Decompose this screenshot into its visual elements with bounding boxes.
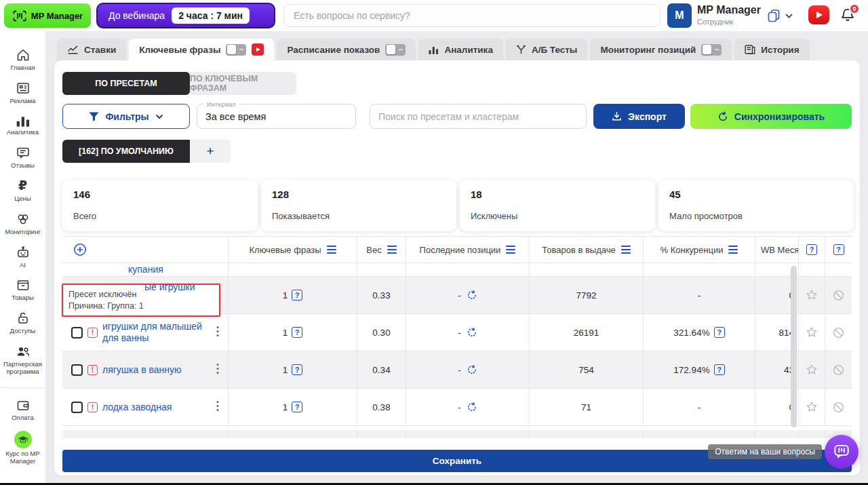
keyword-link[interactable]: лягушка в ванную	[102, 364, 212, 376]
account-name: MP Manager	[697, 4, 761, 16]
home-icon	[16, 47, 31, 62]
block-icon[interactable]	[832, 326, 845, 339]
subtab-by-phrases[interactable]: ПО КЛЮЧЕВЫМ ФРАЗАМ	[190, 72, 296, 95]
keyword-link[interactable]: игрушки для малышей для ванны	[102, 321, 212, 344]
sidebar-item-monitoring[interactable]: Мониторинг	[1, 212, 45, 236]
star-icon[interactable]	[805, 363, 818, 376]
keyword-link[interactable]: лодка заводная	[102, 402, 212, 413]
chevron-down-icon[interactable]	[785, 14, 793, 18]
help-icon[interactable]: ?	[714, 327, 725, 338]
webinar-countdown-button[interactable]: До вебинара 2 часа : 7 мин	[96, 3, 275, 28]
sidebar-item-home[interactable]: Главная	[1, 47, 45, 72]
refresh-icon[interactable]	[467, 327, 477, 338]
chevron-down-icon	[155, 114, 163, 119]
block-icon[interactable]	[832, 401, 845, 414]
tab-position-monitoring[interactable]: Мониторинг позиций	[590, 39, 732, 60]
sort-icon[interactable]	[728, 246, 738, 254]
notifications-bell[interactable]: 0	[840, 7, 857, 24]
help-icon[interactable]: ?	[292, 327, 302, 338]
add-circle-icon[interactable]	[73, 243, 87, 256]
warning-icon[interactable]: !	[87, 402, 98, 412]
refresh-icon[interactable]	[467, 364, 477, 375]
copy-icon[interactable]	[766, 8, 781, 23]
sidebar-item-course[interactable]: Курс по MP Manager	[1, 431, 45, 465]
help-icon[interactable]: ?	[292, 402, 302, 412]
download-icon	[612, 111, 622, 121]
keyword-link[interactable]: ые игрушки	[144, 282, 195, 293]
row-menu-icon[interactable]	[215, 362, 220, 378]
col-header-wb-month: WB Меся	[761, 245, 799, 255]
sidebar-item-ai[interactable]: AI	[1, 245, 45, 269]
refresh-icon[interactable]	[467, 402, 477, 412]
chat-bubble-icon	[16, 145, 31, 160]
star-icon[interactable]	[805, 400, 818, 414]
row-checkbox[interactable]	[71, 364, 83, 376]
sidebar-item-partner-program[interactable]: Партнерская программа	[1, 344, 45, 376]
preset-search-input[interactable]	[370, 104, 587, 129]
stat-card-low-views[interactable]: 45 Мало просмотров	[658, 180, 854, 231]
tab-history[interactable]: История	[734, 39, 809, 60]
sync-button[interactable]: Синхронизировать	[690, 104, 852, 129]
refresh-icon[interactable]	[467, 290, 477, 300]
star-icon[interactable]	[805, 288, 818, 302]
products-value: 754	[578, 365, 594, 375]
tab-analytics[interactable]: Аналитика	[418, 39, 502, 60]
warning-icon[interactable]: !	[87, 365, 98, 375]
export-button[interactable]: Экспорт	[593, 104, 685, 129]
stat-card-shown[interactable]: 128 Показывается	[261, 180, 456, 231]
sort-icon[interactable]	[327, 246, 336, 254]
tab-keywords[interactable]: Ключевые фразы	[129, 39, 274, 60]
barcode-logo-icon	[12, 9, 27, 22]
sort-icon[interactable]	[506, 246, 515, 254]
sidebar-item-analytics[interactable]: Аналитика	[1, 114, 45, 136]
row-checkbox[interactable]	[71, 327, 83, 338]
interval-select[interactable]: Интервал За все время	[197, 104, 356, 129]
monitoring-toggle[interactable]	[701, 44, 722, 56]
stat-card-excluded[interactable]: 18 Исключены	[460, 180, 655, 231]
sort-icon[interactable]	[621, 246, 631, 254]
avatar[interactable]: M	[667, 3, 692, 28]
service-question-input[interactable]	[283, 4, 660, 27]
schedule-toggle[interactable]	[385, 44, 406, 56]
sidebar-item-access[interactable]: Доступы	[1, 311, 45, 335]
table-scrollbar[interactable]	[791, 266, 797, 427]
chat-widget-button[interactable]	[825, 435, 859, 469]
sidebar-item-prices[interactable]: ₽ Цены	[1, 178, 45, 203]
help-icon[interactable]: ?	[292, 290, 302, 300]
help-icon[interactable]: ?	[833, 244, 844, 255]
filters-button[interactable]: Фильтры	[62, 104, 190, 129]
sort-icon[interactable]	[387, 246, 397, 254]
block-icon[interactable]	[832, 289, 845, 302]
star-icon[interactable]	[805, 326, 818, 339]
graduation-cap-icon	[14, 431, 32, 448]
app-logo[interactable]: MP Manager	[4, 3, 91, 28]
sidebar-label: Доступы	[10, 328, 36, 335]
row-menu-icon[interactable]	[215, 325, 220, 341]
warning-icon[interactable]: !	[87, 328, 98, 338]
preset-chip-default[interactable]: [162] ПО УМОЛЧАНИЮ	[62, 140, 190, 163]
video-hint-icon[interactable]	[252, 43, 264, 56]
add-preset-button[interactable]: +	[190, 140, 231, 163]
bar-chart-icon	[429, 45, 439, 54]
keyword-link[interactable]: купания	[128, 264, 163, 275]
sidebar-item-reviews[interactable]: Отзывы	[1, 145, 45, 170]
video-play-button[interactable]	[808, 5, 829, 24]
tab-schedule[interactable]: Расписание показов	[277, 39, 416, 60]
block-icon[interactable]	[832, 364, 845, 376]
help-icon[interactable]: ?	[714, 364, 725, 375]
help-icon[interactable]: ?	[292, 364, 302, 375]
tab-ab-tests[interactable]: А/Б Тесты	[506, 39, 588, 60]
sidebar-item-payment[interactable]: Оплата	[1, 397, 45, 422]
tab-label: Аналитика	[444, 45, 492, 55]
tab-rates[interactable]: Ставки	[57, 39, 126, 60]
phrases-count: 1	[283, 290, 288, 300]
stat-card-total[interactable]: 146 Всего	[62, 180, 258, 231]
sidebar-item-products[interactable]: Товары	[1, 277, 45, 302]
row-menu-icon[interactable]	[215, 400, 220, 415]
sidebar-item-ads[interactable]: Реклама	[1, 81, 45, 105]
help-icon[interactable]: ?	[806, 244, 817, 255]
subtab-by-presets[interactable]: ПО ПРЕСЕТАМ	[62, 72, 190, 95]
keywords-toggle[interactable]	[226, 44, 246, 56]
row-checkbox[interactable]	[71, 402, 83, 413]
logo-text: MP Manager	[31, 11, 83, 21]
